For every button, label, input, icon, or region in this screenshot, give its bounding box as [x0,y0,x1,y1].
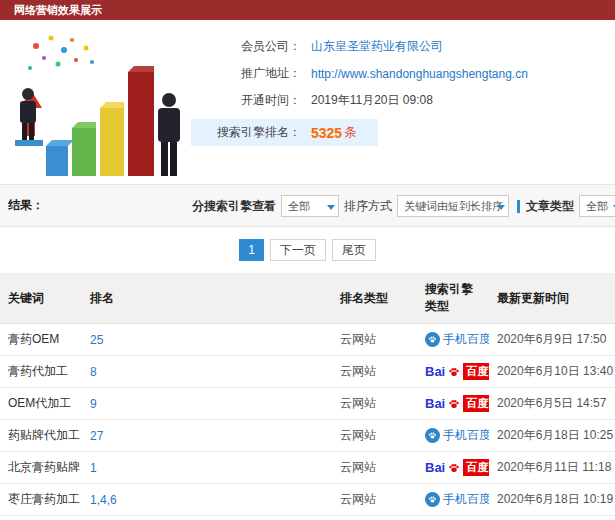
keyword-cell: 北京膏药贴牌 [0,452,82,484]
member-info: 会员公司： 山东皇圣堂药业有限公司 推广地址： http://www.shand… [191,28,615,178]
mobile-baidu-paw-icon [425,492,440,507]
table-row: 北京膏药贴牌 1 云网站 Bai 百度 2020年6月11日 11:18 [0,452,615,484]
engine-cell: Bai 百度 [417,452,489,484]
type-filter-label: 文章类型 [526,198,574,215]
mobile-baidu-logo: 手机百度 [425,331,489,348]
search-rank-unit: 条 [344,124,356,141]
mobile-baidu-logo: 手机百度 [425,427,489,444]
engine-cell: 手机百度 [417,324,489,356]
promotion-url-label: 推广地址： [191,65,301,82]
table-body: 膏药OEM 25 云网站 手机百度 2020年6月9日 17:50 膏药代加工 … [0,324,615,520]
page-title: 网络营销效果展示 [14,4,102,16]
rank-cell[interactable]: 27 [82,420,332,452]
updated-cell: 2020年6月18日 10:19 [489,484,615,516]
open-time-label: 开通时间： [191,92,301,109]
table-row: 膏药OEM 25 云网站 手机百度 2020年6月9日 17:50 [0,324,615,356]
rank-cell[interactable]: 8 [82,356,332,388]
type-filter-select[interactable]: 全部 [579,195,615,217]
open-time-row: 开通时间： 2019年11月20日 09:08 [191,92,615,109]
updated-cell: 2020年6月5日 14:57 [489,388,615,420]
company-row: 会员公司： 山东皇圣堂药业有限公司 [191,38,615,55]
rank-cell[interactable]: 1 [82,452,332,484]
col-header-rank-type: 排名类型 [332,273,417,324]
info-section: 会员公司： 山东皇圣堂药业有限公司 推广地址： http://www.shand… [0,20,615,185]
rank-type-cell: 云网站 [332,420,417,452]
promotion-url-row: 推广地址： http://www.shandonghuangshengtang.… [191,65,615,82]
updated-cell: 2020年6月18日 10:25 [489,420,615,452]
engine-cell: 手机百度 [417,420,489,452]
rank-type-cell: 云网站 [332,452,417,484]
table-row: 药贴牌代加工 27 云网站 手机百度 2020年6月18日 10:25 [0,420,615,452]
baidu-logo: Bai 百度 [425,363,489,380]
rank-cell[interactable]: 25 [82,324,332,356]
last-page-button[interactable]: 尾页 [332,239,376,261]
mobile-baidu-paw-icon [425,428,440,443]
next-page-button[interactable]: 下一页 [270,239,326,261]
bar-chart-illustration [6,28,191,178]
table-row: 医疗器械厂家 4 云网站 Bai 百度 2020年5月29日 10:32 [0,516,615,520]
page: 网络营销效果展示 [0,0,615,520]
search-rank-label: 搜索引擎排名： [191,124,301,141]
section-marker-icon [517,200,520,213]
open-time-value: 2019年11月20日 09:08 [311,92,433,109]
rank-cell[interactable]: 9 [82,388,332,420]
sort-filter-label: 排序方式 [344,198,392,215]
updated-cell: 2020年6月11日 11:18 [489,452,615,484]
keyword-cell: OEM代加工 [0,388,82,420]
rank-type-cell: 云网站 [332,388,417,420]
keyword-cell: 膏药代加工 [0,356,82,388]
col-header-rank: 排名 [82,273,332,324]
company-label: 会员公司： [191,38,301,55]
filter-controls: 分搜索引擎查看 全部 排序方式 关键词由短到长排序 文章类型 全部 提交 [192,185,615,227]
rank-type-cell: 云网站 [332,516,417,520]
engine-cell: Bai 百度 [417,516,489,520]
results-table: 关键词 排名 排名类型 搜索引擎类型 最新更新时间 膏药OEM 25 云网站 [0,273,615,520]
dropdown-caret-icon [327,205,335,210]
bars [46,66,154,176]
businessman-right [158,93,180,176]
type-filter-value: 全部 [586,199,608,214]
promotion-url-link[interactable]: http://www.shandonghuangshengtang.cn [311,67,528,81]
sort-filter-value: 关键词由短到长排序 [404,199,503,214]
page-1-button[interactable]: 1 [239,239,264,261]
table-row: 枣庄膏药加工 1,4,6 云网站 手机百度 2020年6月18日 10:19 [0,484,615,516]
dropdown-caret-icon [497,205,505,210]
keyword-cell: 枣庄膏药加工 [0,484,82,516]
engine-cell: 手机百度 [417,484,489,516]
baidu-paw-icon [448,462,460,474]
result-label: 结果： [8,197,44,214]
keyword-cell: 医疗器械厂家 [0,516,82,520]
col-header-updated: 最新更新时间 [489,273,615,324]
rank-type-cell: 云网站 [332,324,417,356]
rank-cell[interactable]: 1,4,6 [82,484,332,516]
table-header-row: 关键词 排名 排名类型 搜索引擎类型 最新更新时间 [0,273,615,324]
filter-bar: 结果： 分搜索引擎查看 全部 排序方式 关键词由短到长排序 文章类型 全部 提交 [0,185,615,227]
table-row: OEM代加工 9 云网站 Bai 百度 2020年6月5日 14:57 [0,388,615,420]
page-title-bar: 网络营销效果展示 [0,0,615,20]
engine-cell: Bai 百度 [417,356,489,388]
keyword-cell: 药贴牌代加工 [0,420,82,452]
company-link[interactable]: 山东皇圣堂药业有限公司 [311,38,443,55]
mobile-baidu-logo: 手机百度 [425,491,489,508]
engine-filter-select[interactable]: 全部 [281,195,339,217]
table-row: 膏药代加工 8 云网站 Bai 百度 2020年6月10日 13:40 [0,356,615,388]
baidu-paw-icon [448,366,460,378]
col-header-engine-type: 搜索引擎类型 [417,273,489,324]
baidu-logo: Bai 百度 [425,395,489,412]
updated-cell: 2020年6月10日 13:40 [489,356,615,388]
keyword-cell: 膏药OEM [0,324,82,356]
engine-filter-value: 全部 [288,199,310,214]
updated-cell: 2020年5月29日 10:32 [489,516,615,520]
engine-filter-label: 分搜索引擎查看 [192,198,276,215]
col-header-keyword: 关键词 [0,273,82,324]
baidu-logo: Bai 百度 [425,459,489,476]
rank-cell[interactable]: 4 [82,516,332,520]
pagination: 1 下一页 尾页 [0,227,615,273]
updated-cell: 2020年6月9日 17:50 [489,324,615,356]
search-rank-row: 搜索引擎排名： 5325 条 [191,119,378,146]
confetti-dots [28,36,94,71]
search-rank-count: 5325 [311,125,342,141]
engine-cell: Bai 百度 [417,388,489,420]
sort-filter-select[interactable]: 关键词由短到长排序 [397,195,509,217]
mobile-baidu-paw-icon [425,332,440,347]
